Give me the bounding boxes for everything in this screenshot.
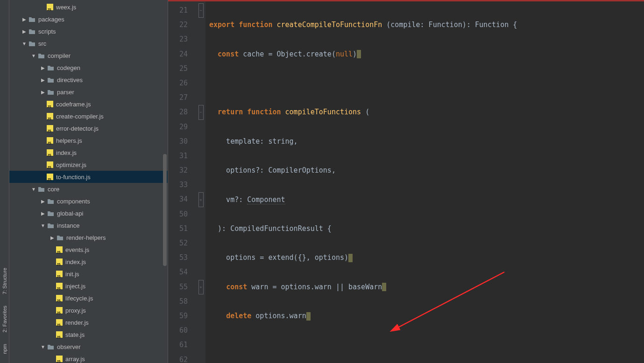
fold-expand-icon[interactable]: + xyxy=(198,192,204,207)
line-number: 27 xyxy=(168,91,188,105)
tree-item-label: codeframe.js xyxy=(56,101,91,108)
folder-icon xyxy=(37,52,45,59)
line-number: 23 xyxy=(168,32,188,47)
tree-item-events-js[interactable]: ▶events.js xyxy=(9,244,168,256)
tree-item-core[interactable]: ▼core xyxy=(9,183,168,195)
js-file-icon xyxy=(47,101,53,107)
tree-item-components[interactable]: ▶components xyxy=(9,195,168,207)
tree-arrow[interactable]: ▶ xyxy=(40,90,46,95)
line-number-gutter: 2122232425262728293031323334505152535455… xyxy=(168,1,196,363)
js-file-icon xyxy=(56,295,63,301)
tree-item-inject-js[interactable]: ▶inject.js xyxy=(9,280,168,292)
tree-item-label: index.js xyxy=(65,258,86,265)
tree-arrow[interactable]: ▼ xyxy=(21,41,27,46)
tree-item-render-js[interactable]: ▶render.js xyxy=(9,316,168,328)
fold-collapse-icon[interactable]: − xyxy=(198,3,204,18)
tool-rail: 7: Structure 2: Favorites npm xyxy=(0,0,9,363)
tree-item-index-js[interactable]: ▶index.js xyxy=(9,256,168,268)
tree-arrow[interactable]: ▶ xyxy=(40,77,46,83)
js-file-icon xyxy=(56,319,63,326)
tree-item-helpers-js[interactable]: ▶helpers.js xyxy=(9,134,168,147)
fold-collapse-icon[interactable]: − xyxy=(198,105,204,119)
tree-item-scripts[interactable]: ▶scripts xyxy=(9,25,168,37)
tree-item-label: state.js xyxy=(65,331,85,338)
tree-item-observer[interactable]: ▼observer xyxy=(9,341,168,353)
tree-scrollbar-thumb[interactable] xyxy=(163,154,167,266)
tree-item-label: to-function.js xyxy=(56,174,91,181)
tree-item-label: src xyxy=(38,40,46,47)
folder-icon xyxy=(37,185,45,193)
code-content[interactable]: export function createCompileToFunctionF… xyxy=(205,1,644,363)
tree-arrow[interactable]: ▼ xyxy=(31,53,36,58)
tree-item-parser[interactable]: ▶parser xyxy=(9,86,168,98)
line-number: 53 xyxy=(168,251,188,265)
js-file-icon xyxy=(56,307,63,314)
line-number: 26 xyxy=(168,76,188,91)
tree-arrow[interactable]: ▶ xyxy=(40,211,46,216)
favorites-tool[interactable]: 2: Favorites xyxy=(1,300,8,338)
code-editor[interactable]: 2122232425262728293031323334505152535455… xyxy=(168,1,644,363)
tree-item-compiler[interactable]: ▼compiler xyxy=(9,49,168,62)
tree-item-label: optimizer.js xyxy=(56,161,86,168)
tree-item-label: array.js xyxy=(65,356,85,363)
tree-item-proxy-js[interactable]: ▶proxy.js xyxy=(9,304,168,316)
tree-item-init-js[interactable]: ▶init.js xyxy=(9,268,168,280)
line-number: 29 xyxy=(168,120,188,134)
line-number: 32 xyxy=(168,163,188,178)
tree-item-directives[interactable]: ▶directives xyxy=(9,74,168,86)
tree-arrow[interactable]: ▶ xyxy=(50,235,55,240)
tree-item-lifecycle-js[interactable]: ▶lifecycle.js xyxy=(9,292,168,304)
tree-item-global-api[interactable]: ▶global-api xyxy=(9,207,168,219)
tree-item-error-detector-js[interactable]: ▶error-detector.js xyxy=(9,122,168,134)
annotation-arrow xyxy=(388,267,509,337)
js-file-icon xyxy=(56,271,63,277)
tree-item-to-function-js[interactable]: ▶to-function.js xyxy=(9,171,168,183)
tree-item-label: directives xyxy=(57,77,83,84)
tree-arrow[interactable]: ▶ xyxy=(40,65,46,70)
npm-tool[interactable]: npm xyxy=(1,338,8,359)
tree-arrow[interactable]: ▼ xyxy=(31,187,36,192)
tree-item-codegen[interactable]: ▶codegen xyxy=(9,62,168,74)
js-file-icon xyxy=(47,113,53,119)
line-number: 33 xyxy=(168,178,188,192)
tree-item-instance[interactable]: ▼instance xyxy=(9,219,168,231)
tree-item-codeframe-js[interactable]: ▶codeframe.js xyxy=(9,98,168,110)
tree-arrow[interactable]: ▶ xyxy=(21,17,27,22)
line-number: 52 xyxy=(168,236,188,251)
folder-icon xyxy=(47,343,54,350)
tree-item-optimizer-js[interactable]: ▶optimizer.js xyxy=(9,159,168,171)
tree-arrow[interactable]: ▶ xyxy=(40,199,46,204)
tree-item-label: index.js xyxy=(56,149,77,156)
tree-arrow[interactable]: ▼ xyxy=(40,344,46,349)
tree-item-src[interactable]: ▼src xyxy=(9,37,168,49)
tree-item-state-js[interactable]: ▶state.js xyxy=(9,328,168,341)
tree-item-create-compiler-js[interactable]: ▶create-compiler.js xyxy=(9,110,168,122)
tree-item-label: helpers.js xyxy=(56,137,82,144)
project-tree[interactable]: ▶weex.js▶packages▶scripts▼src▼compiler▶c… xyxy=(9,0,168,363)
line-number: 24 xyxy=(168,47,188,62)
line-number: 25 xyxy=(168,62,188,76)
tree-item-index-js[interactable]: ▶index.js xyxy=(9,147,168,159)
line-number: 50 xyxy=(168,207,188,222)
tree-item-render-helpers[interactable]: ▶render-helpers xyxy=(9,231,168,244)
line-number: 51 xyxy=(168,222,188,236)
js-file-icon xyxy=(56,331,63,338)
tree-item-label: scripts xyxy=(38,28,56,35)
fold-expand-icon[interactable]: + xyxy=(198,280,204,294)
line-number: 54 xyxy=(168,265,188,279)
js-file-icon xyxy=(47,4,53,10)
folder-icon xyxy=(28,15,35,23)
structure-tool[interactable]: 7: Structure xyxy=(1,262,8,300)
line-number: 59 xyxy=(168,309,188,323)
tree-arrow[interactable]: ▼ xyxy=(40,223,46,228)
tree-item-array-js[interactable]: ▶array.js xyxy=(9,353,168,363)
tree-item-weex-js[interactable]: ▶weex.js xyxy=(9,1,168,13)
tree-arrow[interactable]: ▶ xyxy=(21,29,27,34)
tree-item-label: packages xyxy=(38,16,64,23)
tree-item-packages[interactable]: ▶packages xyxy=(9,13,168,25)
line-number: 21 xyxy=(168,3,188,18)
tree-item-label: error-detector.js xyxy=(56,125,99,132)
line-number: 28 xyxy=(168,105,188,119)
tree-item-label: proxy.js xyxy=(65,307,86,314)
folder-icon xyxy=(56,234,64,241)
